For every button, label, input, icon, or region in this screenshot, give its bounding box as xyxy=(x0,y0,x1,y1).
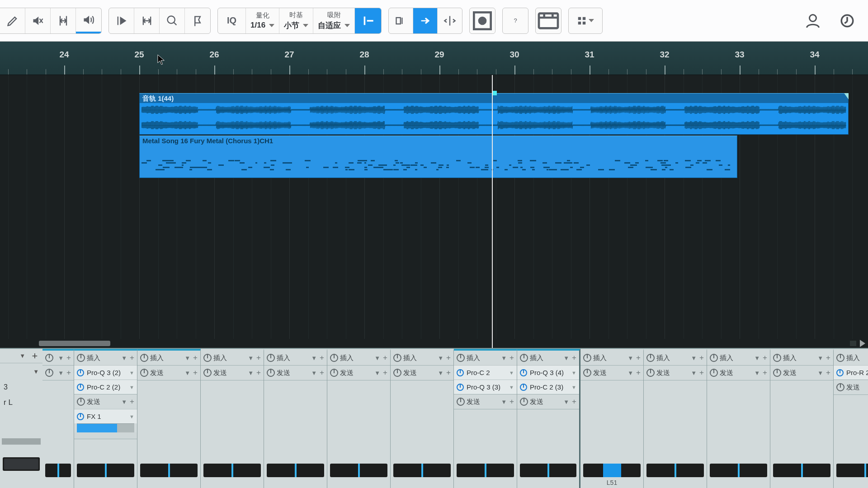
plugin-slot[interactable]: Pro-Q 3 (4) ▼ xyxy=(517,365,579,380)
send-header[interactable]: 发送 ▼+ xyxy=(517,394,579,409)
power-icon[interactable] xyxy=(77,354,85,362)
pan-slider[interactable] xyxy=(646,464,704,477)
play-from-button[interactable] xyxy=(109,8,134,33)
pan-slider[interactable] xyxy=(77,464,134,477)
plugin-slot[interactable]: Pro-C 2 (3) ▼ xyxy=(517,380,579,394)
insert-header[interactable]: 插入 ▼+ xyxy=(580,351,643,365)
scrollbar-arrow-right[interactable] xyxy=(860,340,865,347)
power-icon[interactable] xyxy=(267,369,275,377)
power-icon[interactable] xyxy=(140,354,148,362)
align-center-button[interactable] xyxy=(438,8,462,33)
power-on-icon[interactable] xyxy=(457,384,464,391)
plugin-slot[interactable]: Pro-C 2 ▼ xyxy=(454,365,517,380)
iq-button[interactable]: IQ xyxy=(218,8,246,33)
routing-label[interactable] xyxy=(42,477,74,488)
power-icon[interactable] xyxy=(836,354,844,362)
power-icon[interactable] xyxy=(203,369,212,377)
draw-tool-button[interactable] xyxy=(0,8,25,33)
clip-sync-marker[interactable] xyxy=(492,91,497,95)
insert-header[interactable]: 插入 ▼+ xyxy=(201,351,264,365)
video-button[interactable] xyxy=(535,8,561,34)
power-icon[interactable] xyxy=(457,398,465,406)
plugin-slot[interactable]: Pro-Q 3 (3) ▼ xyxy=(454,380,517,394)
insert-header[interactable]: 插入 ▼+ xyxy=(264,351,327,365)
routing-label[interactable] xyxy=(137,477,200,488)
send-header[interactable]: 发送 ▼+ xyxy=(327,366,390,380)
sidebar-pan[interactable] xyxy=(3,457,40,471)
mute-tool-button[interactable] xyxy=(25,8,51,33)
auto-scroll-button[interactable] xyxy=(413,8,438,33)
routing-label[interactable] xyxy=(74,477,137,488)
pan-slider[interactable] xyxy=(203,464,261,477)
midi-clip[interactable]: Metal Song 16 Fury Metal (Chorus 1)CH1 xyxy=(139,136,737,178)
plugin-slot[interactable]: FX 1 ▼ xyxy=(74,409,137,423)
power-icon[interactable] xyxy=(646,354,655,362)
insert-header[interactable]: 插入 ▼+ xyxy=(517,351,579,365)
routing-label[interactable] xyxy=(770,477,833,488)
pan-slider[interactable] xyxy=(457,464,514,477)
timebase-select[interactable]: 时基 小节 xyxy=(279,8,313,33)
send-level[interactable] xyxy=(77,423,134,432)
quantize-select[interactable]: 量化 1/16 xyxy=(246,8,279,33)
zoom-tool-button[interactable] xyxy=(160,8,185,33)
clip-end-anchor[interactable] xyxy=(844,93,849,99)
routing-label[interactable] xyxy=(391,477,453,488)
insert-header[interactable]: 插入 ▼+ xyxy=(834,351,868,365)
plugin-slot[interactable]: Pro-Q 3 (2) ▼ xyxy=(74,365,137,380)
power-icon[interactable] xyxy=(393,354,401,362)
grid-layout-button[interactable] xyxy=(568,8,603,34)
power-icon[interactable] xyxy=(393,369,401,377)
pan-slider[interactable] xyxy=(140,464,198,477)
insert-header[interactable]: 插入 ▼+ xyxy=(707,351,770,365)
power-icon[interactable] xyxy=(836,383,844,391)
help-button[interactable]: ? xyxy=(502,8,528,34)
power-icon[interactable] xyxy=(330,354,338,362)
scrollbar-thumb[interactable] xyxy=(39,341,110,346)
power-icon[interactable] xyxy=(267,354,275,362)
power-icon[interactable] xyxy=(45,369,53,377)
volume-tool-button[interactable] xyxy=(76,8,101,33)
pan-slider[interactable] xyxy=(836,464,868,477)
insert-header[interactable]: 插入 ▼+ xyxy=(74,351,137,365)
pan-slider[interactable] xyxy=(45,464,71,477)
playhead[interactable] xyxy=(492,75,493,348)
collapse-icon[interactable]: ▼ xyxy=(19,352,25,359)
routing-label[interactable] xyxy=(707,477,770,488)
power-icon[interactable] xyxy=(330,369,338,377)
send-header[interactable]: 发送 ▼+ xyxy=(74,394,137,409)
snap-select[interactable]: 吸附 自适应 xyxy=(313,8,355,33)
routing-label[interactable] xyxy=(644,477,707,488)
snap-toggle-button[interactable] xyxy=(355,8,381,33)
audio-clip[interactable]: 音轨 1(44) xyxy=(139,93,849,135)
power-icon[interactable] xyxy=(710,369,718,377)
send-header[interactable]: 发送 ▼+ xyxy=(644,366,707,380)
power-icon[interactable] xyxy=(77,398,85,406)
routing-label[interactable] xyxy=(201,477,264,488)
pan-slider[interactable] xyxy=(710,464,767,477)
power-icon[interactable] xyxy=(520,398,528,406)
insert-header[interactable]: 插入 ▼+ xyxy=(454,351,517,365)
pan-slider[interactable] xyxy=(393,464,451,477)
pan-slider[interactable] xyxy=(520,464,576,477)
pan-slider[interactable] xyxy=(583,464,641,477)
power-on-icon[interactable] xyxy=(77,384,84,391)
user-profile-button[interactable] xyxy=(801,9,825,33)
align-left-button[interactable] xyxy=(389,8,413,33)
plugin-slot[interactable]: Pro-R 2 ▼ xyxy=(834,365,868,380)
power-on-icon[interactable] xyxy=(77,369,84,376)
insert-header[interactable]: 插入 ▼+ xyxy=(137,351,200,365)
routing-label[interactable] xyxy=(327,477,390,488)
pan-slider[interactable] xyxy=(267,464,324,477)
routing-label[interactable]: L51 xyxy=(580,477,643,488)
power-icon[interactable] xyxy=(710,354,718,362)
send-header[interactable]: 发送 ▼+ xyxy=(834,380,868,394)
send-header[interactable]: 发送 ▼+ xyxy=(264,366,327,380)
arrange-h-scrollbar[interactable] xyxy=(0,339,868,348)
pan-slider[interactable] xyxy=(330,464,387,477)
routing-label[interactable] xyxy=(264,477,327,488)
add-channel-button[interactable]: + xyxy=(30,351,40,361)
power-icon[interactable] xyxy=(583,354,591,362)
collapse-icon[interactable]: ▼ xyxy=(33,368,39,375)
power-icon[interactable] xyxy=(646,369,655,377)
send-header[interactable]: 发送 ▼+ xyxy=(201,366,264,380)
